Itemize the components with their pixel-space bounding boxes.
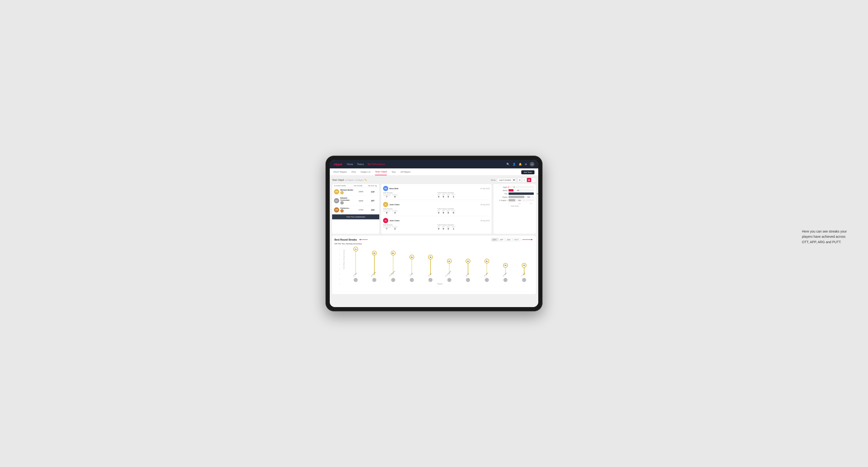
putt-val-2: 0	[453, 212, 454, 214]
bar-label-birdies: Birdies	[495, 190, 507, 191]
nav-my-performance[interactable]: My Performance	[368, 163, 385, 165]
tournament-stat-2: Tournament 8	[383, 210, 391, 214]
subnav-team-clippd[interactable]: Team Clippd	[375, 168, 387, 175]
rank-badge-3: 3	[340, 209, 344, 213]
streak-tab-app[interactable]: APP	[498, 238, 505, 241]
settings-icon[interactable]: ⊕	[525, 163, 527, 166]
bar-fill-eagles: 3	[508, 186, 509, 188]
chart-x-label: Total Shots	[495, 205, 534, 207]
lollipop-col-5: 4xE. Crossman	[440, 247, 459, 282]
player-name-rank-2: Edward Crossman 2	[340, 197, 354, 205]
team-name: Team Clippd	[332, 179, 344, 181]
y-axis-label: Best Streak, Fairway Accuracy	[343, 247, 345, 271]
practice-activities-label-1: Total Practice Activities	[437, 192, 490, 194]
card-view-toggle[interactable]: ▦	[527, 178, 531, 182]
x-tick-0: 0	[508, 203, 509, 204]
lollipop-name-2: D. Billingham	[389, 270, 395, 277]
subnav-all-players[interactable]: All Players	[401, 168, 411, 175]
streaks-subtitle-bold: Off The Tee	[335, 243, 345, 245]
streaks-title-row: Best Round Streaks	[335, 238, 368, 241]
list-view-toggle[interactable]: ≡	[522, 178, 526, 182]
bar-bg-eagles: 3	[508, 186, 534, 188]
app-stat-2: APP 0	[442, 210, 445, 214]
lollipop-bubble-9: 3x	[522, 263, 526, 268]
leaderboard-panel: PLAYER NAME PB SCORE PB AVG SQ RB Richar…	[332, 184, 379, 234]
streak-tab-ott[interactable]: OTT	[491, 238, 498, 241]
subnav-hcaps[interactable]: Hcaps 1-5	[361, 168, 370, 175]
tournament-val-1: 7	[386, 195, 387, 198]
person-icon[interactable]: 👤	[513, 163, 516, 166]
y-tick-1: 1	[339, 278, 340, 280]
practice-activities-col-2: Total Practice Activities OTT 0 APP 0	[437, 208, 490, 214]
streaks-subtitle-rest: , Fairway Accuracy	[345, 243, 362, 245]
user-avatar[interactable]: U	[530, 162, 534, 166]
lollipop-name-5: E. Crossman	[445, 270, 452, 277]
col-pb-avg: PB AVG SQ	[368, 185, 377, 187]
putt-stat-3: PUTT 1	[452, 226, 456, 230]
rounds-col-1: Total Rounds Tournament 7 Practice 6	[383, 192, 435, 198]
edit-icon[interactable]: ✏️	[365, 179, 367, 181]
lollipop-avatar-6	[466, 278, 470, 282]
title-arrow-icon	[359, 238, 368, 241]
player-name-2: Edward Crossman	[340, 197, 354, 201]
player-name-3: Cameron...	[340, 207, 350, 209]
putt-val-1: 1	[453, 195, 454, 198]
lollipop-col-3: 5xJ. Coles	[402, 247, 421, 282]
pb-score-1: 19/20	[354, 191, 368, 193]
bar-val-birdies: 96	[517, 190, 519, 191]
sub-nav: PGAT Players PGA Hcaps 1-5 Team Clippd T…	[330, 168, 538, 176]
rank-badge-2: 2	[340, 201, 344, 205]
lollipop-bubble-7: 4x	[485, 259, 489, 263]
streaks-header: Best Round Streaks OTT APP ARG PUTT	[335, 238, 533, 241]
app-stat-3: APP 0	[442, 226, 445, 230]
table-row: EC Edward Crossman 2 18/20 107	[332, 196, 379, 206]
arg-stat-1: ARG 0	[447, 194, 450, 198]
view-toggles: ⊞ ≡ ▦ ↓	[518, 178, 536, 182]
nav-teams[interactable]: Teams	[357, 163, 364, 165]
stat-player-row-1: RB Rees Britt 02 Sep 2023	[383, 186, 490, 191]
lollipop-bubble-4: 5x	[428, 255, 433, 259]
add-team-button[interactable]: Add Team	[521, 170, 534, 174]
content-columns: PLAYER NAME PB SCORE PB AVG SQ RB Richar…	[332, 184, 536, 234]
lollipop-stem-0	[355, 251, 356, 275]
pb-avg-1: 110	[368, 191, 377, 193]
search-icon[interactable]: 🔍	[506, 163, 510, 166]
grid-view-toggle[interactable]: ⊞	[518, 178, 522, 182]
player-name-1: Richard Butler	[340, 189, 353, 191]
player-name-rank-1: Richard Butler 1	[340, 189, 353, 194]
y-tick-3: 3	[339, 269, 340, 270]
lollipop-avatar-2	[391, 278, 395, 282]
lollipop-avatar-3	[410, 278, 414, 282]
bar-chart-panel: Eagles 3 Birdies	[493, 184, 536, 234]
avatar-1: RB	[334, 189, 339, 194]
subnav-tour[interactable]: Tour	[392, 168, 396, 175]
lollipop-col-0: 7xE. Ebert	[346, 247, 365, 282]
annotation-container: Here you can see streaks your players ha…	[802, 229, 849, 245]
streak-tab-putt[interactable]: PUTT	[513, 238, 520, 241]
bell-icon[interactable]: 🔔	[519, 163, 522, 166]
practice-activities-label-2: Total Practice Activities	[437, 208, 490, 210]
arg-stat-2: ARG 0	[447, 210, 450, 214]
detail-view-toggle[interactable]: ↓	[532, 178, 536, 182]
stat-date-2: 26 Aug 2023	[480, 204, 490, 206]
nav-home[interactable]: Home	[347, 163, 353, 165]
stat-date-1: 02 Sep 2023	[480, 188, 490, 189]
lollipop-name-6: B. Ford	[465, 273, 469, 277]
period-select[interactable]: Last 3 months Last 6 months Last year	[497, 178, 516, 182]
tablet-frame: clippd Home Teams My Performance 🔍 👤 🔔 ⊕…	[326, 156, 542, 311]
streaks-section: Best Round Streaks OTT APP ARG PUTT	[332, 236, 536, 294]
lollipop-avatar-4	[428, 278, 433, 282]
bar-bg-bogeys: 311	[508, 196, 534, 198]
lollipop-chart-container: Best Streak, Fairway Accuracy 7 6 5 4 3 …	[335, 247, 533, 292]
bar-val-pars: 499	[537, 193, 538, 195]
subnav-pga[interactable]: PGA	[351, 168, 356, 175]
practice-stat-1: Practice 6	[393, 194, 398, 198]
rounds-col-2: Total Rounds Tournament 8 Practice 4	[383, 208, 435, 214]
bar-fill-birdies: 96	[508, 189, 514, 191]
subnav-pgat[interactable]: PGAT Players	[334, 168, 347, 175]
pb-avg-2: 107	[368, 199, 377, 202]
view-full-leaderboard-button[interactable]: View Full Leaderboard	[332, 214, 379, 219]
streak-tab-arg[interactable]: ARG	[505, 238, 512, 241]
rank-badge-1: 1	[340, 191, 344, 194]
stat-avatar-3: JC	[383, 218, 388, 223]
